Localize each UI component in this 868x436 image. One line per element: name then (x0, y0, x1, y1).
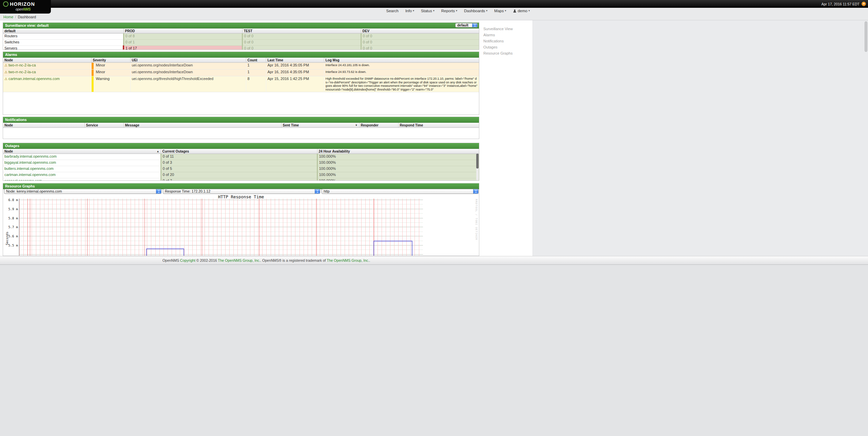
outage-node-cell: barbrady.internal.opennms.com (3, 154, 161, 160)
notifications-panel: Notifications Node Service Message Sent … (3, 117, 479, 139)
alarm-severity: Warning (91, 76, 130, 92)
alarm-node-cell: ⚠cartman.internal.opennms.com (3, 76, 91, 92)
alarm-row: ⚠cartman.internal.opennms.com Warning ue… (3, 76, 479, 92)
graph-select[interactable]: http ▲▼ (322, 189, 479, 194)
notifications-empty-body (3, 128, 479, 139)
scrollbar-thumb[interactable] (476, 154, 479, 169)
notifications-panel-header: Notifications (3, 117, 479, 123)
outage-node-link[interactable]: biggayal.internal.opennms.com (4, 160, 56, 164)
chevron-down-icon: ▾ (505, 9, 506, 12)
nav-status[interactable]: Status▾ (421, 9, 435, 13)
column-header-node[interactable]: Node▲ (3, 149, 161, 154)
quicklink-resource-graphs[interactable]: Resource Graphs (483, 51, 513, 55)
column-header-availability: 24 Hour Availability (317, 149, 479, 154)
severity-color-bar (92, 70, 94, 76)
current-outages-cell: 0 of 3 (161, 160, 317, 166)
nav-info[interactable]: Info▾ (405, 9, 414, 13)
outage-node-cell: cartman.internal.opennms.com (3, 172, 161, 178)
alarm-uei: uei.opennms.org/nodes/interfaceDown (130, 70, 246, 76)
nav-search[interactable]: Search (386, 9, 398, 13)
availability-cell: 100.000% (317, 154, 479, 160)
current-outages-cell: 0 of 5 (161, 166, 317, 172)
quicklink-surveillance-view[interactable]: Surveillance View (483, 27, 513, 31)
warning-triangle-icon: ⚠ (4, 70, 7, 74)
plot-area (19, 199, 423, 256)
breadcrumb-home-link[interactable]: Home (3, 15, 13, 19)
quicklink-notifications[interactable]: Notifications (483, 39, 513, 43)
opennms-group-link[interactable]: The OpenNMS Group, Inc. (327, 258, 369, 262)
outages-scrollbar[interactable] (476, 154, 479, 180)
panel-title: Surveillance view: default (5, 23, 49, 27)
availability-cell: 100.000% (317, 166, 479, 172)
alarm-node-link[interactable]: two-rr-nc-2-la-ca (8, 63, 36, 67)
alarm-row: ⚠two-rr-nc-2-la-ca Minor uei.opennms.org… (3, 63, 479, 70)
column-header-node: Node (3, 123, 84, 128)
outage-node-link[interactable]: barbrady.internal.opennms.com (4, 154, 57, 158)
current-outages-cell: 0 of 20 (161, 172, 317, 178)
outage-node-cell: connect.opennms.com (3, 178, 161, 181)
status-cell-critical: 1 of 17 (123, 46, 242, 50)
breadcrumb-separator: / (15, 15, 16, 19)
status-cell: 0 of 0 (361, 34, 479, 40)
panel-title: Alarms (5, 53, 17, 57)
quicklink-outages[interactable]: Outages (483, 45, 513, 49)
quicklink-alarms[interactable]: Alarms (483, 33, 513, 37)
resource-select[interactable]: Response Time: 172.20.1.12 ▲▼ (163, 189, 320, 194)
column-header-test: TEST (242, 28, 361, 34)
resource-graphs-panel: Resource Graphs Node: kenny.internal.ope… (3, 183, 479, 256)
outage-node-link[interactable]: connect.opennms.com (4, 179, 42, 181)
alarm-uei: uei.opennms.org/threshold/highThresholdE… (130, 76, 246, 92)
http-response-time-chart: HTTP Response Time 6.0 m 5.9 m 5.8 m 5.7… (3, 194, 479, 256)
status-cell: 0 of 1 (123, 40, 242, 46)
panel-title: Outages (5, 144, 19, 148)
status-cell: 0 of 0 (361, 40, 479, 46)
nav-dashboards[interactable]: Dashboards▾ (464, 9, 487, 13)
alarm-log-msg: Interface 24.93.73.62 is down. (324, 70, 479, 76)
current-outages-cell: 0 of 11 (161, 154, 317, 160)
logo[interactable]: HORIZON openNMS (0, 0, 51, 14)
warning-triangle-icon: ⚠ (4, 63, 7, 67)
chevron-down-icon: ▾ (413, 9, 414, 12)
column-header-default: default (3, 28, 123, 34)
chevron-down-icon: ▾ (433, 9, 435, 12)
y-axis-label: Seconds (5, 232, 9, 245)
nav-reports[interactable]: Reports▾ (441, 9, 457, 13)
y-axis-tick: 5.7 m (4, 225, 18, 229)
severity-color-bar (92, 63, 94, 69)
outage-row: cartman.internal.opennms.com 0 of 20 100… (3, 172, 479, 178)
column-header-current-outages: Current Outages (161, 149, 317, 154)
alarm-node-link[interactable]: two-rr-nc-2-la-ca (8, 70, 36, 74)
alarm-log-msg: Interface 24.43.181.105 is down. (324, 63, 479, 70)
outage-row: butters.internal.opennms.com 0 of 5 100.… (3, 166, 479, 172)
alarm-node-link[interactable]: cartman.internal.opennms.com (8, 77, 60, 81)
alarm-node-cell: ⚠two-rr-nc-2-la-ca (3, 70, 91, 76)
resource-graphs-panel-header: Resource Graphs (3, 183, 479, 189)
user-avatar-icon[interactable] (862, 2, 866, 6)
node-select[interactable]: Node: kenny.internal.opennms.com ▲▼ (4, 189, 161, 194)
opennms-group-link[interactable]: The OpenNMS Group, Inc. (218, 258, 260, 262)
surveillance-row: Switches 0 of 1 0 of 0 0 of 0 (3, 40, 479, 46)
copyright-link[interactable]: Copyright (180, 258, 195, 262)
category-label: Servers (3, 46, 123, 50)
outage-node-link[interactable]: butters.internal.opennms.com (4, 166, 54, 171)
surveillance-view-select[interactable]: default ▲▼ (455, 23, 478, 27)
nav-user-menu[interactable]: demo▾ (513, 9, 530, 13)
availability-cell: 100.000% (317, 160, 479, 166)
page-scrollbar-thumb[interactable] (865, 21, 867, 52)
chevron-down-icon: ▾ (528, 9, 530, 12)
outage-node-link[interactable]: cartman.internal.opennms.com (4, 173, 56, 177)
column-header-respond-time: Respond Time (398, 123, 479, 128)
status-cell: 0 of 0 (242, 46, 361, 50)
nav-maps[interactable]: Maps▾ (494, 9, 506, 13)
availability-cell: 100.000% (317, 172, 479, 178)
alarm-last-time: Apr 15, 2016 1:42:25 PM (266, 76, 324, 92)
surveillance-row: Routers 0 of 8 0 of 0 0 of 0 (3, 34, 479, 40)
outages-panel: Outages Node▲ Current Outages 24 Hour Av… (3, 143, 479, 181)
column-header-responder: Responder (359, 123, 398, 128)
availability-cell: 100.000% (317, 178, 479, 181)
column-header-sent-time[interactable]: Sent Time▼ (281, 123, 359, 128)
surveillance-view-panel: Surveillance view: default default ▲▼ de… (3, 22, 479, 50)
chevron-down-icon: ▾ (486, 9, 487, 12)
alarm-severity: Minor (91, 70, 130, 76)
alarm-uei: uei.opennms.org/nodes/interfaceDown (130, 63, 246, 70)
